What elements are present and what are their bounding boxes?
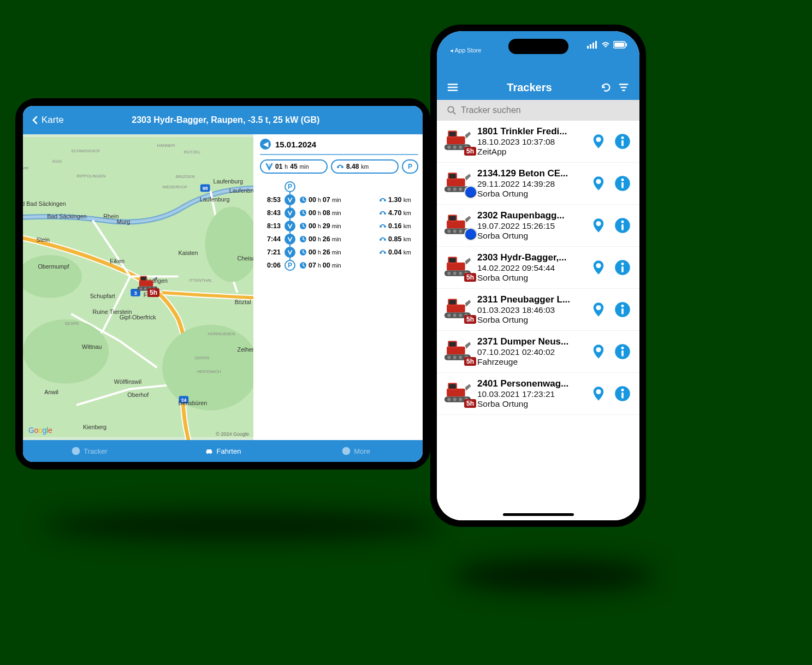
clock-icon bbox=[299, 235, 307, 243]
refresh-icon[interactable] bbox=[600, 81, 612, 93]
search-input[interactable] bbox=[461, 105, 630, 115]
tracker-item[interactable]: 2134.129 Beton CE... 29.11.2022 14:39:28… bbox=[437, 163, 639, 205]
tracker-item[interactable]: 5h 2401 Personenwag... 10.03.2021 17:23:… bbox=[437, 373, 639, 415]
timeline-duration: 00 h 26 min bbox=[299, 235, 376, 243]
page-title: 2303 Hydr-Bagger, Raupen, -3.5 t, 25 kW … bbox=[64, 115, 388, 125]
tracker-name: 2401 Personenwag... bbox=[477, 378, 586, 389]
svg-rect-35 bbox=[626, 43, 627, 46]
tablet-screen: Karte 2303 Hydr-Bagger, Raupen, -3.5 t, … bbox=[23, 106, 423, 462]
timeline-row[interactable]: 0:06 P 07 h 00 min bbox=[262, 260, 418, 271]
tab-tracker[interactable]: Tracker bbox=[23, 440, 156, 462]
timeline-duration: 00 h 29 min bbox=[299, 222, 376, 230]
timeline-duration: 07 h 00 min bbox=[299, 262, 376, 269]
home-indicator[interactable] bbox=[503, 513, 574, 516]
filter-icon[interactable] bbox=[618, 81, 630, 93]
timeline-row[interactable]: 7:21 00 h 26 min 0.04 km bbox=[262, 247, 418, 258]
timeline-row[interactable]: 8:43 00 h 08 min 4.70 km bbox=[262, 207, 418, 218]
timeline-row[interactable]: 8:13 00 h 29 min 0.16 km bbox=[262, 221, 418, 231]
distance-icon bbox=[379, 223, 387, 229]
road-shield: 98 bbox=[200, 185, 210, 192]
clock-icon bbox=[299, 196, 307, 204]
info-button[interactable] bbox=[614, 133, 631, 150]
info-button[interactable] bbox=[614, 217, 631, 234]
locate-button[interactable] bbox=[590, 175, 607, 192]
timeline-time: 7:44 bbox=[262, 235, 281, 243]
locate-button[interactable] bbox=[590, 217, 607, 234]
map-place-label: Schupfart bbox=[90, 293, 115, 299]
info-button[interactable] bbox=[614, 343, 631, 360]
phone-screen: 09:47 ◂ App Store Trackers 5h 1801 Trink… bbox=[437, 31, 639, 520]
menu-icon[interactable] bbox=[447, 81, 459, 93]
locate-button[interactable] bbox=[590, 343, 607, 360]
clock-icon bbox=[299, 209, 307, 217]
tracker-item[interactable]: 2302 Raupenbagg... 19.07.2022 15:26:15 S… bbox=[437, 205, 639, 247]
distance-icon bbox=[379, 236, 387, 242]
back-button[interactable]: Karte bbox=[31, 115, 64, 126]
locate-button[interactable] bbox=[590, 259, 607, 276]
tab-fahrten[interactable]: Fahrten bbox=[156, 440, 289, 462]
clock-icon bbox=[299, 248, 307, 256]
phone-device: 09:47 ◂ App Store Trackers 5h 1801 Trink… bbox=[430, 25, 646, 527]
info-button[interactable] bbox=[614, 301, 631, 318]
machine-icon bbox=[442, 212, 473, 239]
tracker-list[interactable]: 5h 1801 Trinkler Fredi... 18.10.2023 10:… bbox=[437, 121, 639, 520]
trip-detail-panel: ◀ 15.01.2024 01h 45min 8.48km P bbox=[253, 134, 423, 440]
map-place-label: Laufenburg bbox=[200, 196, 230, 203]
map-place-label: HÄNNER bbox=[157, 143, 175, 148]
svg-text:98: 98 bbox=[203, 186, 208, 191]
tracker-timestamp: 29.11.2022 14:39:28 bbox=[477, 179, 586, 189]
info-button[interactable] bbox=[614, 259, 631, 276]
machine-icon: 5h bbox=[442, 254, 473, 281]
locate-button[interactable] bbox=[590, 385, 607, 402]
tracker-timestamp: 18.10.2023 10:37:08 bbox=[477, 137, 586, 147]
timeline-row[interactable]: 8:53 00 h 07 min 1.30 km bbox=[262, 194, 418, 205]
map-place-label: HORNUSSEN bbox=[208, 331, 235, 336]
tracker-item[interactable]: 5h 2311 Pneubagger L... 01.03.2023 18:46… bbox=[437, 289, 639, 331]
tracker-category: Fahrzeuge bbox=[477, 357, 586, 367]
locate-button[interactable] bbox=[590, 301, 607, 318]
phone-notch bbox=[508, 39, 568, 54]
map-place-label: Böztal bbox=[235, 299, 251, 305]
svg-point-27 bbox=[207, 453, 209, 454]
tracker-timestamp: 07.10.2021 02:40:02 bbox=[477, 347, 586, 357]
search-bar[interactable] bbox=[437, 100, 639, 121]
distance-icon bbox=[379, 249, 387, 256]
tracker-item[interactable]: 5h 1801 Trinkler Fredi... 18.10.2023 10:… bbox=[437, 121, 639, 163]
machine-icon: 5h bbox=[442, 339, 473, 365]
timeline-row[interactable]: 7:44 00 h 26 min 0.85 km bbox=[262, 234, 418, 245]
phone-header: Trackers bbox=[437, 75, 639, 100]
locate-button[interactable] bbox=[590, 133, 607, 150]
map-place-label: Cheisacherturm bbox=[238, 255, 253, 262]
tracker-timestamp: 01.03.2023 18:46:03 bbox=[477, 305, 586, 315]
beacon-badge bbox=[465, 187, 476, 198]
battery-icon bbox=[613, 41, 627, 49]
hours-badge: 5h bbox=[464, 273, 476, 282]
info-button[interactable] bbox=[614, 385, 631, 402]
map-place-label: Murg bbox=[117, 218, 131, 225]
tracker-item[interactable]: 5h 2371 Dumper Neus... 07.10.2021 02:40:… bbox=[437, 331, 639, 373]
summary-parking: P bbox=[402, 159, 418, 174]
wifi-icon bbox=[601, 41, 611, 49]
tablet-device: Karte 2303 Hydr-Bagger, Raupen, -3.5 t, … bbox=[15, 98, 430, 470]
timeline-distance: 1.30 km bbox=[379, 196, 418, 204]
parking-icon: P bbox=[285, 260, 295, 271]
prev-day-button[interactable]: ◀ bbox=[260, 139, 271, 150]
map-marker[interactable]: 5h bbox=[137, 272, 158, 295]
info-button[interactable] bbox=[614, 175, 631, 192]
map-view[interactable]: 98324 HÄNNERSCHWEIKHOFROTZELEGGRIPPOLING… bbox=[23, 134, 253, 440]
map-place-label: SCHWEIKHOF bbox=[71, 149, 100, 153]
tracker-category: Sorba Ortung bbox=[477, 273, 586, 283]
svg-rect-34 bbox=[614, 43, 624, 47]
summary-duration: 01h 45min bbox=[260, 159, 328, 174]
tab-more[interactable]: More bbox=[289, 440, 423, 462]
hours-badge: 5h bbox=[464, 315, 476, 324]
map-place-label: Obermumpf bbox=[38, 263, 69, 270]
drive-icon bbox=[285, 247, 295, 258]
tracker-item[interactable]: 5h 2303 Hydr-Bagger,... 14.02.2022 09:54… bbox=[437, 247, 639, 289]
tracker-category: ZeitApp bbox=[477, 147, 586, 157]
timeline-row[interactable]: P bbox=[262, 181, 418, 192]
beacon-badge bbox=[465, 229, 476, 240]
map-place-label: Kienberg bbox=[83, 424, 106, 430]
distance-icon bbox=[336, 163, 344, 170]
info-icon bbox=[72, 447, 80, 455]
